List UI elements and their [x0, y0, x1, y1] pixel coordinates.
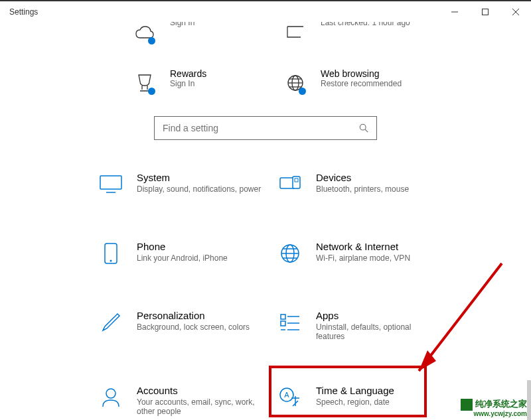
globe-icon — [277, 241, 303, 266]
minimize-button[interactable] — [439, 2, 470, 22]
tile-sub: Sign In — [170, 79, 206, 88]
apps-icon — [277, 310, 303, 335]
tile-sub: Sign In — [170, 22, 194, 27]
category-accounts[interactable]: AccountsYour accounts, email, sync, work… — [98, 385, 271, 416]
phone-icon — [98, 241, 123, 266]
person-icon — [98, 385, 123, 410]
category-time-language[interactable]: A Time & LanguageSpeech, region, date — [277, 385, 450, 416]
category-title: Phone — [137, 241, 228, 252]
category-desc: Your accounts, email, sync, work, other … — [137, 397, 263, 416]
badge-icon — [148, 37, 155, 44]
category-desc: Background, lock screen, colors — [137, 322, 250, 332]
category-desc: Wi-Fi, airplane mode, VPN — [316, 253, 410, 263]
tile-sub: Restore recommended — [321, 79, 402, 88]
window-title: Settings — [9, 7, 38, 17]
watermark-logo-icon — [461, 399, 473, 411]
tile-rewards[interactable]: RewardsSign In — [130, 64, 274, 102]
devices-icon — [277, 172, 303, 197]
monitor-icon — [98, 172, 123, 197]
category-desc: Uninstall, defaults, optional features — [316, 322, 442, 341]
category-title: Network & Internet — [316, 241, 410, 252]
category-title: Personalization — [137, 310, 250, 321]
search-box[interactable] — [154, 116, 377, 140]
search-input[interactable] — [163, 123, 359, 133]
titlebar-controls — [439, 2, 531, 22]
update-icon — [281, 22, 310, 47]
scrollbar-thumb[interactable] — [527, 380, 531, 420]
category-title: Devices — [316, 172, 409, 183]
badge-icon — [148, 88, 155, 95]
svg-rect-23 — [281, 315, 285, 319]
search-icon — [359, 123, 368, 133]
svg-text:A: A — [284, 391, 289, 399]
svg-point-9 — [360, 124, 366, 130]
tile-title: Rewards — [170, 68, 206, 79]
svg-line-10 — [365, 129, 368, 132]
tile-web-browsing[interactable]: Web browsingRestore recommended — [281, 64, 425, 102]
category-title: Accounts — [137, 385, 263, 396]
category-desc: Bluetooth, printers, mouse — [316, 184, 409, 194]
svg-point-29 — [106, 389, 115, 398]
svg-rect-25 — [281, 321, 285, 326]
category-network[interactable]: Network & InternetWi-Fi, airplane mode, … — [277, 241, 450, 266]
category-desc: Link your Android, iPhone — [137, 253, 228, 263]
category-title: Apps — [316, 310, 442, 321]
category-desc: Speech, region, date — [316, 397, 394, 407]
tile-signin[interactable]: Sign In — [130, 22, 274, 51]
language-icon: A — [277, 385, 303, 410]
maximize-button[interactable] — [470, 2, 500, 22]
category-phone[interactable]: PhoneLink your Android, iPhone — [98, 241, 271, 266]
category-title: Time & Language — [316, 385, 394, 396]
category-apps[interactable]: AppsUninstall, defaults, optional featur… — [277, 310, 450, 341]
close-button[interactable] — [500, 2, 531, 22]
title-bar: Settings — [0, 0, 531, 22]
category-devices[interactable]: DevicesBluetooth, printers, mouse — [277, 172, 450, 197]
badge-icon — [299, 88, 306, 95]
category-desc: Display, sound, notifications, power — [137, 184, 261, 194]
tile-title: Web browsing — [321, 68, 402, 79]
category-system[interactable]: SystemDisplay, sound, notifications, pow… — [98, 172, 271, 197]
svg-rect-11 — [100, 176, 121, 189]
tile-update[interactable]: Last checked: 1 hour ago — [281, 22, 425, 51]
pen-icon — [98, 310, 123, 335]
watermark: 纯净系统之家 www.ycwjzy.com — [461, 399, 527, 418]
category-title: System — [137, 172, 261, 183]
svg-point-17 — [110, 260, 112, 262]
tile-sub: Last checked: 1 hour ago — [321, 22, 410, 27]
category-personalization[interactable]: PersonalizationBackground, lock screen, … — [98, 310, 271, 341]
svg-rect-1 — [483, 9, 489, 15]
